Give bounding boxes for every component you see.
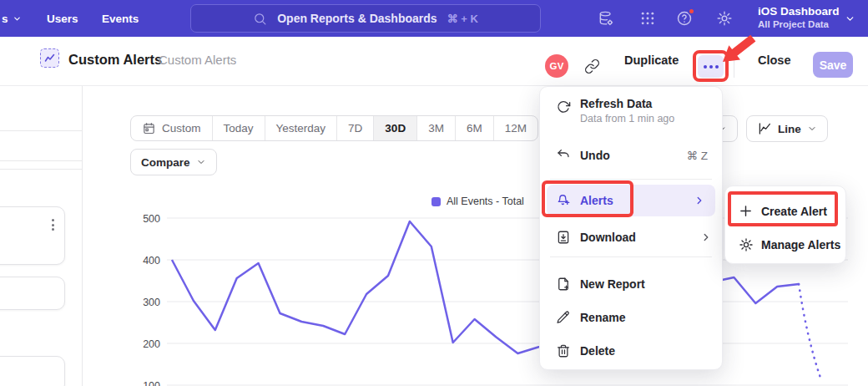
menu-item-refresh-data[interactable]: Refresh Data Data from 1 min ago (540, 97, 722, 137)
chevron-right-icon (694, 195, 705, 206)
nav-item-events[interactable]: Events (102, 0, 139, 37)
bell-plus-icon (555, 192, 572, 209)
menu-divider (550, 256, 712, 257)
insights-report-icon (40, 48, 59, 68)
menu-divider (550, 179, 712, 180)
range-7d[interactable]: 7D (337, 116, 374, 140)
svg-text:300: 300 (143, 297, 160, 308)
project-selector[interactable]: iOS Dashboard All Project Data (758, 4, 840, 31)
chevron-down-icon (807, 124, 817, 134)
help-icon[interactable] (676, 10, 693, 27)
trash-icon (555, 343, 572, 359)
annotation-arrow (721, 32, 760, 67)
line-chart-icon (757, 121, 772, 136)
file-plus-icon (555, 276, 572, 292)
svg-text:200: 200 (143, 338, 160, 350)
panel-section[interactable] (0, 86, 82, 131)
chart-type-button[interactable]: Line (746, 115, 828, 142)
range-6m[interactable]: 6M (456, 116, 494, 140)
chevron-down-icon[interactable] (845, 13, 855, 24)
calendar-icon (142, 121, 156, 135)
notification-badge (688, 8, 695, 15)
compare-button[interactable]: Compare (130, 149, 217, 175)
apps-grid-icon[interactable] (639, 10, 656, 27)
alerts-submenu: Create Alert Manage Alerts (724, 185, 846, 264)
refresh-icon (555, 99, 572, 115)
range-30d-active[interactable]: 30D (374, 116, 417, 140)
query-card[interactable] (0, 277, 65, 310)
copy-link-icon[interactable] (584, 58, 600, 74)
search-input[interactable]: Open Reports & Dashboards ⌘ + K (190, 4, 541, 33)
undo-shortcut: ⌘ Z (687, 149, 709, 162)
menu-item-download[interactable]: Download (540, 221, 722, 254)
legend-label: All Events - Total (447, 196, 524, 207)
download-file-icon (555, 229, 572, 246)
gear-icon (739, 237, 754, 252)
data-management-icon[interactable] (598, 10, 614, 27)
chevron-down-icon (196, 157, 206, 167)
chevron-down-icon (13, 14, 22, 23)
context-menu: Refresh Data Data from 1 min ago Undo ⌘ … (539, 86, 723, 370)
nav-item-truncated[interactable]: s (2, 0, 22, 37)
date-range-segmented-control: Custom Today Yesterday 7D 30D 3M 6M 12M (130, 115, 538, 141)
settings-gear-icon[interactable] (716, 10, 733, 27)
panel-section[interactable] (0, 131, 82, 161)
submenu-item-create-alert[interactable]: Create Alert (725, 195, 845, 228)
range-12m[interactable]: 12M (494, 116, 537, 140)
search-icon (253, 12, 267, 26)
save-button[interactable]: Save (813, 52, 853, 78)
query-card[interactable] (0, 356, 65, 386)
pencil-icon (555, 309, 572, 326)
svg-text:500: 500 (143, 213, 160, 225)
legend-swatch (431, 197, 441, 206)
svg-text:400: 400 (143, 255, 160, 267)
chart-legend: All Events - Total (431, 196, 524, 207)
duplicate-button[interactable]: Duplicate (624, 53, 679, 67)
menu-item-new-report[interactable]: New Report (540, 267, 722, 301)
menu-item-delete[interactable]: Delete (540, 334, 722, 368)
menu-item-rename[interactable]: Rename (540, 301, 722, 334)
query-card[interactable] (0, 206, 65, 265)
app-window: 500400300200100 All Events - Total Custo… (0, 0, 868, 386)
svg-text:100: 100 (143, 380, 160, 386)
kebab-menu-icon[interactable] (52, 219, 54, 231)
page-title: Custom Alerts (68, 52, 162, 68)
close-button[interactable]: Close (758, 53, 791, 67)
chevron-right-icon (700, 231, 712, 243)
menu-item-undo[interactable]: Undo ⌘ Z (540, 139, 722, 172)
range-yesterday[interactable]: Yesterday (265, 116, 338, 140)
submenu-item-manage-alerts[interactable]: Manage Alerts (725, 230, 845, 260)
range-custom[interactable]: Custom (131, 116, 213, 140)
more-options-button[interactable] (698, 55, 724, 78)
avatar[interactable]: GV (545, 54, 568, 78)
range-today[interactable]: Today (213, 116, 265, 140)
undo-icon (555, 147, 572, 164)
panel-section (0, 161, 82, 170)
breadcrumb: Custom Alerts (159, 53, 236, 67)
plus-icon (739, 204, 754, 219)
menu-item-alerts[interactable]: Alerts (547, 185, 715, 216)
nav-item-users[interactable]: Users (47, 0, 78, 37)
range-3m[interactable]: 3M (417, 116, 456, 140)
